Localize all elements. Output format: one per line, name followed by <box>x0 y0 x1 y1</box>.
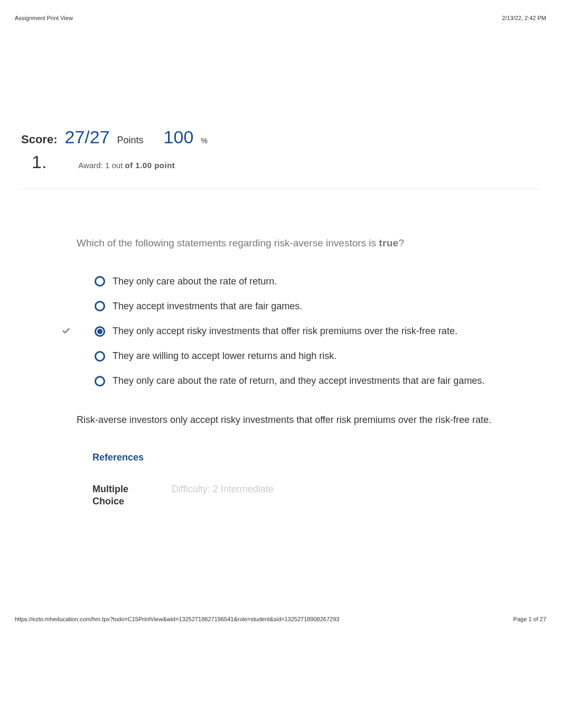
references-heading: References <box>92 452 540 463</box>
award-earned: 1 out <box>105 161 123 170</box>
score-row: Score: 27/27 Points 100 % <box>21 127 540 148</box>
reference-difficulty: Difficulty: 2 Intermediate <box>172 483 274 508</box>
score-percent: 100 <box>164 127 194 148</box>
footer-url: https://ezto.mheducation.com/hm.tpx?todo… <box>15 616 339 622</box>
radio-icon[interactable] <box>95 351 105 362</box>
page-footer: https://ezto.mheducation.com/hm.tpx?todo… <box>15 616 546 622</box>
question-text: Which of the following statements regard… <box>77 236 540 251</box>
options-list: They only care about the rate of return.… <box>77 275 540 388</box>
award-of: of 1.00 point <box>125 161 175 170</box>
option-label: They accept investments that are fair ga… <box>113 300 302 313</box>
header-datetime: 2/13/22, 2:42 PM <box>502 15 546 21</box>
question-text-bold: true <box>379 237 398 248</box>
option-1[interactable]: They accept investments that are fair ga… <box>77 300 540 313</box>
score-value: 27/27 <box>64 127 109 148</box>
score-percent-sign: % <box>201 136 207 145</box>
checkmark-icon <box>62 327 70 337</box>
award-label: Award: <box>78 161 102 170</box>
question-body: Which of the following statements regard… <box>77 236 540 508</box>
radio-icon[interactable] <box>95 376 105 386</box>
page-header: Assignment Print View 2/13/22, 2:42 PM <box>15 15 546 21</box>
references-section: References Multiple Choice Difficulty: 2… <box>92 452 540 508</box>
reference-type: Multiple Choice <box>92 483 140 508</box>
radio-icon[interactable] <box>95 276 105 287</box>
question-text-prefix: Which of the following statements regard… <box>77 237 379 248</box>
radio-icon[interactable] <box>95 301 105 311</box>
references-row: Multiple Choice Difficulty: 2 Intermedia… <box>92 483 540 508</box>
option-0[interactable]: They only care about the rate of return. <box>77 275 540 288</box>
question-number: 1. <box>32 152 46 172</box>
award-line: Award: 1 out of 1.00 point <box>78 161 175 170</box>
option-label: They only care about the rate of return. <box>113 275 277 288</box>
option-label: They are willing to accept lower returns… <box>113 349 336 363</box>
question-text-suffix: ? <box>398 237 404 248</box>
header-title: Assignment Print View <box>15 15 73 21</box>
option-label: They only care about the rate of return,… <box>113 374 484 388</box>
footer-page: Page 1 of 27 <box>513 616 546 622</box>
score-label: Score: <box>21 133 57 146</box>
option-4[interactable]: They only care about the rate of return,… <box>77 374 540 388</box>
option-label: They only accept risky investments that … <box>113 325 457 338</box>
option-3[interactable]: They are willing to accept lower returns… <box>77 349 540 363</box>
score-points-label: Points <box>117 135 144 146</box>
radio-icon[interactable] <box>95 326 105 337</box>
option-2[interactable]: They only accept risky investments that … <box>77 325 540 338</box>
question-header: 1. Award: 1 out of 1.00 point <box>21 152 540 189</box>
main-content: Score: 27/27 Points 100 % 1. Award: 1 ou… <box>21 127 540 508</box>
explanation-text: Risk-averse investors only accept risky … <box>77 413 540 427</box>
